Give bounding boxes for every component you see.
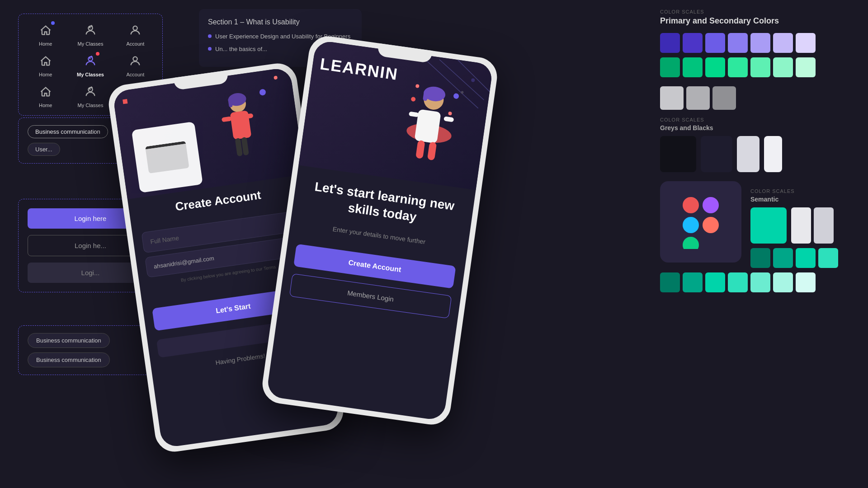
black-swatch <box>701 136 732 172</box>
svg-line-28 <box>434 60 488 100</box>
classes-icon-3 <box>81 83 99 101</box>
nav-label-home-3: Home <box>39 103 52 108</box>
purple-swatch <box>728 33 748 53</box>
phones-container: Create Account Full Name ahsanidrisi@gma… <box>104 36 493 443</box>
svg-point-36 <box>703 217 719 233</box>
teal-swatch <box>818 248 838 268</box>
bottom-teal-swatch <box>728 272 748 292</box>
blue-dot-home <box>51 21 55 25</box>
color-scales-panel: Color Scales Primary and Secondary Color… <box>651 0 868 488</box>
tag-item-1[interactable]: Business communication <box>28 333 110 348</box>
section-title: Section 1 – What is Usability <box>208 18 353 26</box>
purple-swatch <box>683 33 703 53</box>
classes-icon-1 <box>81 21 99 39</box>
teal-scale-row <box>750 248 838 268</box>
green-swatch <box>660 57 680 77</box>
nav-label-classes-2: My Classes <box>77 72 104 77</box>
person-figure <box>212 86 296 186</box>
mini-swatches-group <box>791 207 834 244</box>
nav-item-home-3[interactable]: Home <box>26 83 65 108</box>
teal-swatch <box>773 248 793 268</box>
nav-label-home-1: Home <box>39 41 52 47</box>
svg-rect-32 <box>683 197 699 213</box>
nav-item-home-1[interactable]: Home <box>26 21 65 47</box>
bottom-teal-swatch <box>660 272 680 292</box>
green-swatch <box>683 57 703 77</box>
svg-rect-8 <box>222 116 232 122</box>
nav-label-home-2: Home <box>39 72 52 77</box>
greys-label: Color Scales <box>660 117 859 122</box>
green-swatch <box>705 57 725 77</box>
svg-line-29 <box>454 60 494 92</box>
purple-swatch <box>705 33 725 53</box>
teal-large-swatch <box>750 207 787 244</box>
svg-point-1 <box>133 26 137 30</box>
semantic-swatches-area: Color Scales Semantic <box>750 181 838 268</box>
tag-item-2[interactable]: Business communication <box>28 352 110 367</box>
blacks-swatches <box>660 136 859 172</box>
semantic-label: Color Scales <box>750 188 838 194</box>
green-swatches-row <box>660 57 859 77</box>
mini-swatch-light <box>791 207 811 244</box>
svg-point-30 <box>471 78 475 82</box>
purple-swatch <box>750 33 770 53</box>
email-value: ahsanidrisi@gmail.com <box>153 255 214 270</box>
phone-screen-welcome: LEARNIN <box>266 40 494 421</box>
red-dot-classes <box>96 52 99 56</box>
purple-swatch <box>660 33 680 53</box>
purple-swatch <box>796 33 816 53</box>
color-scales-label-1: Color Scales <box>660 9 859 14</box>
svg-rect-35 <box>683 237 699 249</box>
black-swatch <box>660 136 696 172</box>
svg-line-27 <box>420 60 484 108</box>
nav-item-home-2[interactable]: Home <box>26 52 65 77</box>
green-swatch <box>796 57 816 77</box>
laptop-card <box>132 122 203 193</box>
grays-swatches-row <box>660 86 859 110</box>
semantic-section: Color Scales Semantic <box>660 181 859 268</box>
purple-swatches-row <box>660 33 859 53</box>
home-icon-3 <box>37 83 55 101</box>
greys-title: Greys and Blacks <box>660 124 859 131</box>
svg-point-31 <box>461 91 464 94</box>
pill-user-more[interactable]: User... <box>28 143 60 156</box>
nav-label-classes-1: My Classes <box>78 41 104 47</box>
pill-business-comm[interactable]: Business communication <box>28 125 108 138</box>
black-swatch <box>737 136 760 172</box>
svg-rect-34 <box>683 217 699 233</box>
purple-swatch <box>773 33 793 53</box>
bottom-teal-swatch <box>773 272 793 292</box>
bottom-teal-swatch <box>683 272 703 292</box>
welcome-headline: Let's start learning new skills today <box>302 177 466 232</box>
primary-secondary-section: Color Scales Primary and Secondary Color… <box>660 9 859 77</box>
welcome-content: Let's start learning new skills today En… <box>279 165 476 331</box>
greys-blacks-section: Color Scales Greys and Blacks <box>660 117 859 172</box>
classes-icon-2 <box>81 52 99 70</box>
green-swatch <box>773 57 793 77</box>
app-name-display: LEARNIN <box>319 54 399 84</box>
gray-swatch <box>712 86 736 110</box>
grays-section <box>660 86 859 110</box>
nav-label-classes-3: My Classes <box>78 103 104 108</box>
semantic-title: Semantic <box>750 196 838 203</box>
teal-swatch <box>750 248 770 268</box>
green-swatch <box>728 57 748 77</box>
bottom-teal-row <box>660 272 859 292</box>
green-swatch <box>750 57 770 77</box>
svg-rect-33 <box>703 197 719 213</box>
welcome-subtitle: Enter your details to move further <box>332 225 426 245</box>
home-icon-1 <box>37 21 55 39</box>
semantic-top-row <box>750 207 838 244</box>
bottom-teal-swatch <box>750 272 770 292</box>
figma-logo-container <box>660 181 741 263</box>
bottom-teal-swatch <box>705 272 725 292</box>
teal-swatch <box>796 248 816 268</box>
bottom-teal-swatch <box>796 272 816 292</box>
gray-swatch <box>686 86 710 110</box>
color-scales-title-1: Primary and Secondary Colors <box>660 16 859 26</box>
mini-swatch-medium <box>814 207 834 244</box>
welcome-illustration: LEARNIN <box>298 40 493 190</box>
black-swatch <box>764 136 782 172</box>
gray-swatch <box>660 86 684 110</box>
home-icon-2 <box>37 52 55 70</box>
